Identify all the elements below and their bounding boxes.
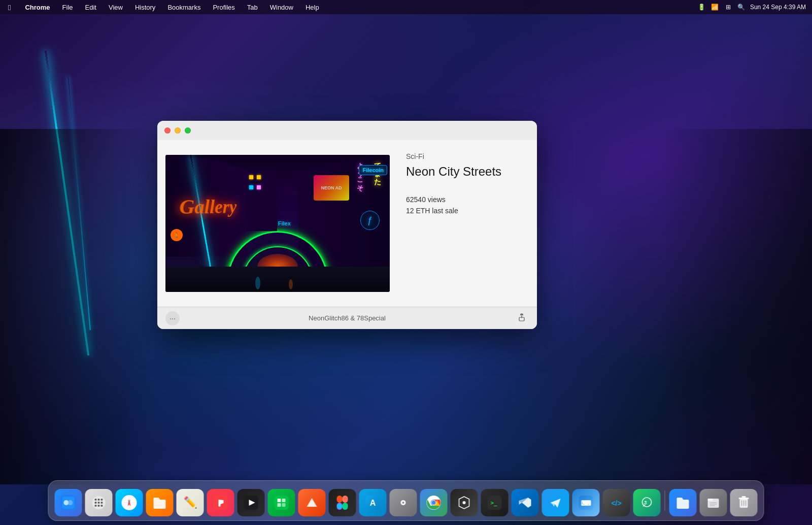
svg-point-12 [98, 502, 100, 504]
dock-item-terminal[interactable]: >_ [481, 489, 509, 516]
control-center-icon[interactable]: ⊞ [724, 3, 733, 12]
svg-rect-28 [282, 499, 286, 502]
dock-item-figma[interactable] [329, 489, 356, 516]
more-options-button[interactable]: ··· [165, 311, 180, 325]
dock-item-whatsapp[interactable] [633, 489, 661, 516]
bg-buildings-left [0, 129, 152, 484]
dock-item-freeform[interactable]: ✏️ [177, 489, 204, 516]
dock-item-unity[interactable] [451, 489, 478, 516]
creators-text: NeonGlitch86 & 78Special [309, 314, 386, 322]
share-button[interactable] [515, 311, 529, 325]
dock-item-files-gray[interactable] [700, 489, 727, 516]
bookmarks-menu[interactable]: Bookmarks [165, 3, 202, 12]
svg-rect-30 [282, 503, 286, 507]
history-menu[interactable]: History [133, 3, 157, 12]
dock-item-xcode[interactable]: ⌨ [572, 489, 600, 516]
svg-rect-33 [343, 496, 348, 503]
dock-item-appletv[interactable] [238, 489, 265, 516]
svg-point-11 [95, 502, 97, 504]
svg-rect-59 [742, 496, 746, 498]
svg-point-36 [337, 504, 343, 509]
window-menu[interactable]: Window [268, 3, 295, 12]
dock-item-safari[interactable] [116, 489, 143, 516]
dock-item-appstore[interactable]: A [359, 489, 387, 516]
svg-point-15 [98, 505, 100, 507]
svg-rect-29 [278, 503, 281, 507]
svg-point-44 [432, 501, 436, 505]
dock-item-music[interactable] [207, 489, 234, 516]
svg-point-8 [95, 499, 97, 501]
window-close-button[interactable] [164, 127, 171, 134]
browser-window: Gallery てまた ようこそ Filecoin [157, 121, 537, 329]
search-icon[interactable]: 🔍 [737, 3, 746, 12]
dock-item-numbers[interactable] [268, 489, 295, 516]
window-titlebar [157, 121, 537, 140]
file-menu[interactable]: File [60, 3, 75, 12]
svg-rect-26 [275, 496, 289, 510]
mid-building-left [247, 170, 277, 231]
artwork-image: Gallery てまた ようこそ Filecoin [165, 155, 390, 292]
stats-block: 62540 views 12 ETH last sale [406, 195, 525, 215]
svg-text:A: A [370, 499, 376, 507]
last-sale: 12 ETH last sale [406, 207, 525, 215]
window-content: Gallery てまた ようこそ Filecoin [157, 140, 537, 307]
dock-item-vscode[interactable] [512, 489, 539, 516]
edit-menu[interactable]: Edit [83, 3, 98, 12]
svg-marker-31 [307, 498, 317, 507]
menu-bar-left:  Chrome File Edit View History Bookmark… [6, 2, 321, 13]
city-scene: Gallery てまた ようこそ Filecoin [165, 155, 390, 292]
svg-point-40 [402, 502, 404, 504]
dock-item-keynote[interactable] [298, 489, 326, 516]
svg-text:</>: </> [611, 499, 621, 507]
app-name-menu[interactable]: Chrome [23, 3, 52, 12]
svg-point-6 [64, 500, 69, 505]
dock-item-systemprefs[interactable] [390, 489, 417, 516]
svg-point-9 [98, 499, 100, 501]
svg-text:>_: >_ [491, 500, 498, 506]
dock-item-launchpad[interactable] [85, 489, 113, 516]
svg-rect-58 [739, 498, 749, 499]
pedestrian-sign: 🚶 [171, 229, 183, 241]
menu-bar:  Chrome File Edit View History Bookmark… [0, 0, 812, 14]
share-icon [518, 313, 526, 323]
filecoin-sign: Filecoin [359, 165, 387, 175]
menu-bar-right: 🔋 📶 ⊞ 🔍 Sun 24 Sep 4:39 AM [697, 3, 806, 12]
window-maximize-button[interactable] [185, 127, 191, 134]
genre-label: Sci-Fi [406, 152, 525, 160]
bg-buildings-right [660, 129, 812, 484]
svg-point-14 [95, 505, 97, 507]
profiles-menu[interactable]: Profiles [211, 3, 236, 12]
filex-label: Filex [278, 220, 291, 226]
dock-item-finder[interactable] [55, 489, 82, 516]
svg-rect-32 [337, 496, 343, 503]
svg-rect-27 [278, 499, 281, 502]
battery-icon: 🔋 [697, 3, 706, 12]
wifi-icon: 📶 [710, 3, 720, 12]
window-footer: ··· NeonGlitch86 & 78Special [157, 307, 537, 329]
window-minimize-button[interactable] [175, 127, 181, 134]
dock-item-chrome[interactable] [420, 489, 448, 516]
svg-point-45 [463, 501, 466, 504]
road-surface [165, 267, 390, 292]
artwork-panel: Gallery てまた ようこそ Filecoin [157, 140, 396, 307]
dock-item-files-blue[interactable] [669, 489, 697, 516]
svg-point-16 [101, 505, 103, 507]
tab-menu[interactable]: Tab [245, 3, 260, 12]
svg-text:⌨: ⌨ [581, 499, 591, 507]
dock-item-trash[interactable] [730, 489, 758, 516]
ellipsis-icon: ··· [170, 314, 176, 322]
dock-item-codeplus[interactable]: </> [603, 489, 630, 516]
datetime-display: Sun 24 Sep 4:39 AM [750, 4, 806, 11]
dock: ✏️ A >_ ⌨ </> [48, 480, 764, 521]
svg-rect-35 [343, 503, 348, 510]
help-menu[interactable]: Help [303, 3, 321, 12]
billboard-1: NEON AD [314, 175, 349, 201]
dock-item-files-orange[interactable] [146, 489, 174, 516]
svg-point-10 [101, 499, 103, 501]
view-menu[interactable]: View [107, 3, 125, 12]
dock-item-telegram[interactable] [542, 489, 569, 516]
apple-menu[interactable]:  [6, 2, 13, 13]
svg-point-13 [101, 502, 103, 504]
filecoin-circle: ƒ [360, 211, 380, 230]
artwork-title: Neon City Streets [406, 165, 525, 179]
